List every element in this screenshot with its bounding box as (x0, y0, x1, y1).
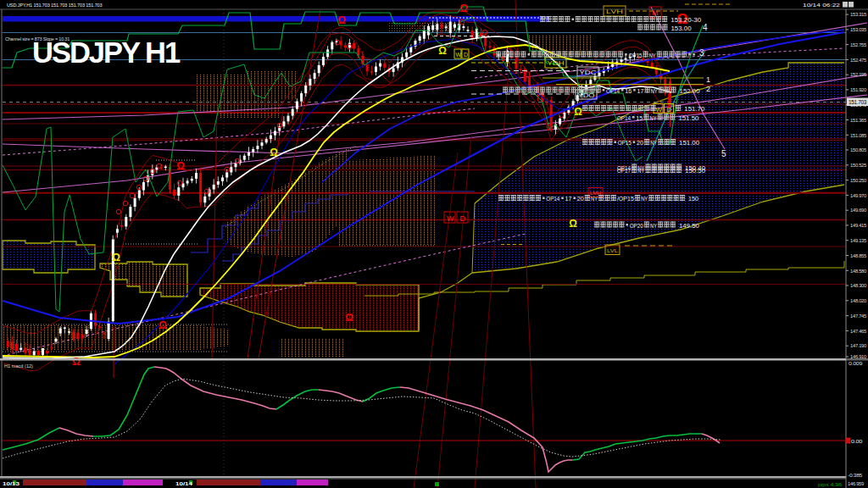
svg-text:4: 4 (703, 23, 708, 32)
svg-text:NY: NY (649, 52, 656, 59)
svg-text:NY: NY (641, 195, 648, 202)
svg-text:OP15: OP15 (628, 52, 642, 59)
svg-text:151.920: 151.920 (850, 87, 867, 92)
svg-text:YDO: YDO (578, 92, 596, 98)
svg-text:Ω: Ω (345, 312, 353, 324)
svg-text:USD.JPY,H1 151.703 151.703 15: USD.JPY,H1 151.703 151.703 151.703 151.7… (7, 3, 103, 8)
svg-text:17: 17 (637, 87, 643, 95)
svg-text:LVL: LVL (607, 248, 619, 253)
svg-text:W: W (447, 214, 454, 223)
svg-text:OP15: OP15 (618, 139, 632, 147)
svg-text:W: W (456, 52, 462, 58)
svg-text:20: 20 (577, 195, 584, 202)
svg-text:pips 4.96: pips 4.96 (818, 482, 842, 487)
svg-text:5: 5 (721, 149, 726, 158)
svg-text:152.475: 152.475 (850, 58, 867, 63)
svg-text:152.755: 152.755 (850, 42, 867, 47)
svg-text:NY: NY (650, 114, 657, 122)
svg-text:149.415: 149.415 (850, 223, 867, 228)
svg-text:NY: NY (637, 167, 644, 175)
svg-text:151.365: 151.365 (850, 118, 867, 123)
svg-text:Ω: Ω (574, 106, 582, 118)
svg-text:149.50: 149.50 (679, 222, 700, 230)
svg-text:151.00: 151.00 (679, 139, 700, 147)
svg-text:Ω: Ω (569, 218, 577, 230)
svg-text:0.009: 0.009 (849, 361, 863, 366)
svg-text:NY: NY (650, 222, 657, 230)
svg-text:USDJPY H1: USDJPY H1 (32, 36, 181, 69)
svg-text:OP17: OP17 (617, 167, 631, 175)
svg-text:147.465: 147.465 (850, 329, 867, 334)
svg-text:148.580: 148.580 (850, 269, 867, 274)
svg-text:Ω: Ω (337, 14, 346, 26)
svg-text:151.50: 151.50 (678, 114, 699, 122)
svg-text:OP14: OP14 (617, 114, 631, 122)
svg-text:149.690: 149.690 (850, 208, 867, 213)
svg-text:10/14 06:22: 10/14 06:22 (803, 3, 841, 8)
svg-text:150: 150 (688, 195, 698, 202)
svg-text:148.020: 148.020 (850, 298, 867, 303)
svg-text:Ω: Ω (270, 147, 278, 158)
svg-text:0.00: 0.00 (851, 439, 863, 444)
svg-text:H1 macd (12): H1 macd (12) (4, 363, 33, 369)
svg-text:148.300: 148.300 (850, 283, 867, 288)
svg-text:OP14: OP14 (606, 87, 620, 95)
svg-text:153.035: 153.035 (850, 27, 867, 32)
svg-text:17: 17 (565, 195, 572, 202)
svg-text:OP20: OP20 (630, 222, 643, 230)
svg-text:150.50: 150.50 (685, 167, 706, 175)
svg-text:149.135: 149.135 (850, 238, 867, 243)
svg-text:146.959: 146.959 (848, 481, 865, 486)
svg-text:152.195: 152.195 (850, 72, 867, 77)
svg-text:152.00: 152.00 (680, 87, 701, 95)
svg-text:3: 3 (699, 48, 704, 58)
svg-text:D: D (667, 106, 672, 114)
svg-text:20: 20 (637, 139, 643, 147)
svg-text:15: 15 (636, 114, 643, 122)
svg-text:153.00: 153.00 (671, 25, 693, 32)
svg-text:Ω: Ω (112, 252, 120, 263)
svg-text:153.315: 153.315 (850, 12, 867, 17)
svg-text:/OP15: /OP15 (617, 195, 634, 202)
svg-text:147.745: 147.745 (850, 313, 867, 319)
svg-text:OP14: OP14 (546, 195, 559, 202)
svg-text:D: D (460, 214, 466, 223)
svg-text:Ω: Ω (438, 45, 447, 57)
svg-text:151.085: 151.085 (850, 133, 867, 138)
svg-text:16: 16 (625, 87, 632, 95)
svg-text:149.970: 149.970 (850, 193, 867, 198)
svg-text:147.190: 147.190 (850, 343, 867, 348)
svg-text:151.70: 151.70 (684, 105, 705, 113)
svg-text:1: 1 (706, 75, 710, 84)
svg-text:10/13: 10/13 (3, 481, 20, 486)
svg-text:NY: NY (651, 87, 658, 95)
svg-text:W: W (656, 106, 663, 114)
svg-text:148.855: 148.855 (850, 253, 867, 258)
svg-text:NY: NY (650, 139, 657, 147)
svg-text:-0.385: -0.385 (848, 473, 863, 478)
svg-text:YDH: YDH (548, 60, 565, 66)
svg-text:YDC: YDC (580, 69, 597, 75)
svg-text:150.525: 150.525 (850, 163, 867, 168)
svg-text:151.703: 151.703 (849, 99, 867, 105)
svg-text:Ω: Ω (159, 319, 167, 331)
svg-text:NY: NY (591, 195, 598, 202)
svg-text:153.20-30: 153.20-30 (670, 16, 702, 24)
svg-text:D: D (464, 52, 468, 58)
svg-text:150.805: 150.805 (850, 147, 867, 152)
svg-text:10/14: 10/14 (175, 481, 193, 486)
svg-text:Ω: Ω (176, 160, 185, 172)
svg-text:Ω: Ω (72, 356, 81, 368)
svg-text:150.250: 150.250 (850, 178, 867, 183)
svg-text:Ω: Ω (459, 3, 468, 14)
svg-text:2: 2 (706, 85, 710, 93)
